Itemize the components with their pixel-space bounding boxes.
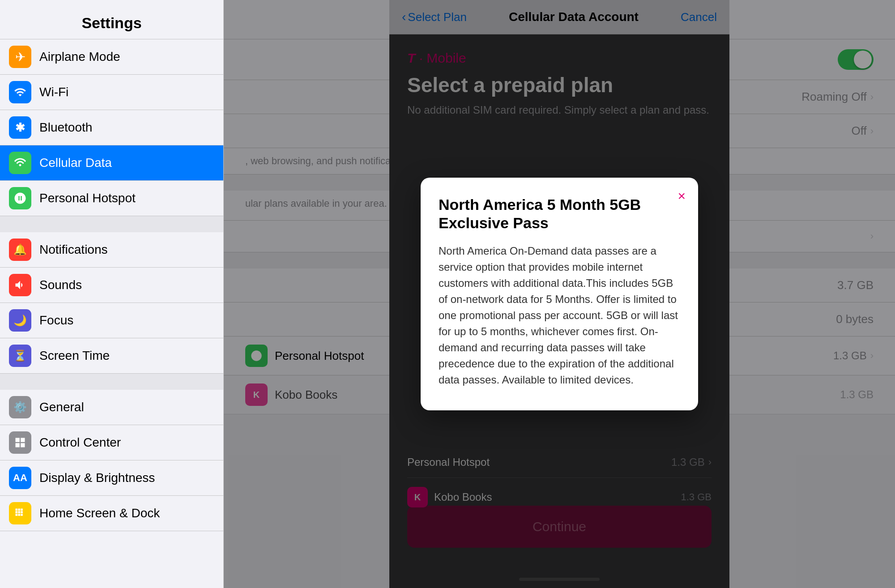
sidebar: Settings ✈ Airplane Mode Wi-Fi ✱ Bluetoo… [0,0,224,588]
sidebar-item-label: Notifications [39,243,108,257]
display-icon: AA [9,467,31,489]
sidebar-item-label: Personal Hotspot [39,191,136,205]
modal-title: North America 5 Month 5GB Exclusive Pass [439,196,680,232]
sidebar-item-label: Cellular Data [39,156,112,170]
sidebar-item-notifications[interactable]: 🔔 Notifications [0,232,223,268]
sidebar-item-general[interactable]: ⚙️ General [0,390,223,425]
sidebar-item-control-center[interactable]: Control Center [0,425,223,460]
sidebar-item-bluetooth[interactable]: ✱ Bluetooth [0,110,223,145]
sidebar-item-label: Home Screen & Dock [39,506,160,520]
sidebar-item-label: Screen Time [39,349,110,363]
hotspot-icon [9,187,31,209]
control-center-icon [9,431,31,454]
sidebar-item-label: Display & Brightness [39,471,155,485]
sidebar-item-home-screen[interactable]: Home Screen & Dock [0,496,223,531]
sidebar-item-personal-hotspot[interactable]: Personal Hotspot [0,181,223,216]
main-content: Cellular Data Roaming Off › [224,0,895,588]
sidebar-header: Settings [0,0,223,39]
sidebar-item-airplane-mode[interactable]: ✈ Airplane Mode [0,39,223,75]
sidebar-item-label: Focus [39,313,73,328]
airplane-mode-icon: ✈ [9,46,31,68]
info-modal: × North America 5 Month 5GB Exclusive Pa… [421,178,698,410]
sidebar-item-focus[interactable]: 🌙 Focus [0,303,223,338]
screen-time-icon: ⏳ [9,345,31,367]
section-gap-2 [0,374,223,390]
sidebar-item-label: Control Center [39,435,121,450]
sidebar-item-sounds[interactable]: Sounds [0,268,223,303]
app-container: Settings ✈ Airplane Mode Wi-Fi ✱ Bluetoo… [0,0,895,588]
modal-close-button[interactable]: × [678,188,686,204]
wifi-icon [9,81,31,103]
sidebar-item-label: General [39,400,84,414]
section-gap-1 [0,216,223,232]
sidebar-item-screen-time[interactable]: ⏳ Screen Time [0,338,223,374]
sidebar-item-label: Airplane Mode [39,50,120,64]
sidebar-item-wifi[interactable]: Wi-Fi [0,75,223,110]
sidebar-item-label: Sounds [39,278,82,292]
sidebar-item-display-brightness[interactable]: AA Display & Brightness [0,460,223,496]
sidebar-item-label: Bluetooth [39,120,92,135]
sidebar-item-cellular-data[interactable]: Cellular Data [0,145,223,181]
sidebar-title: Settings [14,14,209,32]
sounds-icon [9,274,31,296]
sidebar-item-label: Wi-Fi [39,85,68,99]
focus-icon: 🌙 [9,309,31,332]
home-screen-icon [9,502,31,524]
sidebar-list: ✈ Airplane Mode Wi-Fi ✱ Bluetooth Cellul… [0,39,223,531]
notifications-icon: 🔔 [9,239,31,261]
cellular-icon [9,152,31,174]
bluetooth-icon: ✱ [9,116,31,139]
modal-backdrop: × North America 5 Month 5GB Exclusive Pa… [389,0,729,588]
general-icon: ⚙️ [9,396,31,418]
modal-body: North America On-Demand data passes are … [439,243,680,388]
